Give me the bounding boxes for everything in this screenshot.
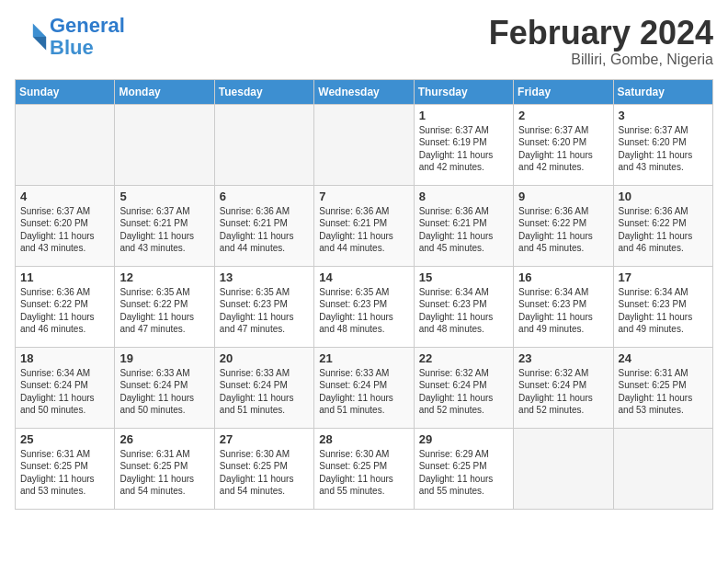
day-info: Sunrise: 6:30 AMSunset: 6:25 PMDaylight:… <box>220 449 294 497</box>
day-number: 7 <box>319 190 408 203</box>
logo-icon <box>15 20 48 53</box>
day-info: Sunrise: 6:34 AMSunset: 6:23 PMDaylight:… <box>619 287 693 335</box>
day-number: 12 <box>119 270 209 284</box>
day-info: Sunrise: 6:35 AMSunset: 6:23 PMDaylight:… <box>220 287 294 335</box>
day-info: Sunrise: 6:36 AMSunset: 6:21 PMDaylight:… <box>220 206 294 254</box>
day-number: 17 <box>619 270 708 284</box>
title-block: February 2024 Billiri, Gombe, Nigeria <box>489 15 713 68</box>
calendar-cell: 16Sunrise: 6:34 AMSunset: 6:23 PMDayligh… <box>514 266 613 347</box>
weekday-header-thursday: Thursday <box>414 79 513 104</box>
day-info: Sunrise: 6:37 AMSunset: 6:20 PMDaylight:… <box>20 206 95 254</box>
calendar-cell: 2Sunrise: 6:37 AMSunset: 6:20 PMDaylight… <box>514 104 613 185</box>
calendar-cell: 1Sunrise: 6:37 AMSunset: 6:19 PMDaylight… <box>414 104 513 185</box>
day-number: 1 <box>419 109 508 122</box>
day-number: 18 <box>20 351 109 365</box>
day-number: 2 <box>518 109 608 122</box>
calendar-cell: 15Sunrise: 6:34 AMSunset: 6:23 PMDayligh… <box>414 266 513 347</box>
day-info: Sunrise: 6:35 AMSunset: 6:23 PMDaylight:… <box>319 287 393 335</box>
weekday-header-wednesday: Wednesday <box>314 79 414 104</box>
day-info: Sunrise: 6:33 AMSunset: 6:24 PMDaylight:… <box>319 368 393 416</box>
calendar-cell: 17Sunrise: 6:34 AMSunset: 6:23 PMDayligh… <box>613 266 712 347</box>
calendar-cell: 18Sunrise: 6:34 AMSunset: 6:24 PMDayligh… <box>16 347 115 428</box>
day-number: 8 <box>419 190 508 203</box>
day-info: Sunrise: 6:33 AMSunset: 6:24 PMDaylight:… <box>119 368 194 416</box>
day-info: Sunrise: 6:34 AMSunset: 6:23 PMDaylight:… <box>518 287 593 335</box>
day-info: Sunrise: 6:36 AMSunset: 6:21 PMDaylight:… <box>419 206 494 254</box>
day-number: 25 <box>20 432 109 446</box>
day-info: Sunrise: 6:35 AMSunset: 6:22 PMDaylight:… <box>119 287 194 335</box>
day-number: 22 <box>419 351 508 365</box>
calendar-cell: 25Sunrise: 6:31 AMSunset: 6:25 PMDayligh… <box>16 428 115 509</box>
logo-text: General Blue <box>50 15 125 59</box>
calendar-cell: 26Sunrise: 6:31 AMSunset: 6:25 PMDayligh… <box>115 428 214 509</box>
day-number: 21 <box>319 351 408 365</box>
calendar-cell: 19Sunrise: 6:33 AMSunset: 6:24 PMDayligh… <box>115 347 214 428</box>
calendar-cell <box>613 428 712 509</box>
day-info: Sunrise: 6:32 AMSunset: 6:24 PMDaylight:… <box>419 368 494 416</box>
day-info: Sunrise: 6:31 AMSunset: 6:25 PMDaylight:… <box>20 449 95 497</box>
calendar-week-4: 18Sunrise: 6:34 AMSunset: 6:24 PMDayligh… <box>16 347 713 428</box>
day-info: Sunrise: 6:32 AMSunset: 6:24 PMDaylight:… <box>518 368 593 416</box>
calendar-cell: 10Sunrise: 6:36 AMSunset: 6:22 PMDayligh… <box>613 185 712 266</box>
day-number: 16 <box>518 270 608 284</box>
day-number: 19 <box>119 351 209 365</box>
day-info: Sunrise: 6:34 AMSunset: 6:23 PMDaylight:… <box>419 287 494 335</box>
day-info: Sunrise: 6:36 AMSunset: 6:22 PMDaylight:… <box>20 287 95 335</box>
calendar-cell: 7Sunrise: 6:36 AMSunset: 6:21 PMDaylight… <box>314 185 414 266</box>
day-info: Sunrise: 6:31 AMSunset: 6:25 PMDaylight:… <box>619 368 693 416</box>
calendar-cell <box>115 104 214 185</box>
calendar-table: SundayMondayTuesdayWednesdayThursdayFrid… <box>15 79 713 510</box>
calendar-cell: 5Sunrise: 6:37 AMSunset: 6:21 PMDaylight… <box>115 185 214 266</box>
weekday-header-tuesday: Tuesday <box>214 79 313 104</box>
calendar-cell: 8Sunrise: 6:36 AMSunset: 6:21 PMDaylight… <box>414 185 513 266</box>
day-number: 28 <box>319 432 408 446</box>
day-number: 24 <box>619 351 708 365</box>
calendar-cell: 11Sunrise: 6:36 AMSunset: 6:22 PMDayligh… <box>16 266 115 347</box>
calendar-cell: 27Sunrise: 6:30 AMSunset: 6:25 PMDayligh… <box>214 428 313 509</box>
calendar-cell: 29Sunrise: 6:29 AMSunset: 6:25 PMDayligh… <box>414 428 513 509</box>
day-info: Sunrise: 6:33 AMSunset: 6:24 PMDaylight:… <box>220 368 294 416</box>
day-info: Sunrise: 6:31 AMSunset: 6:25 PMDaylight:… <box>119 449 194 497</box>
calendar-week-1: 1Sunrise: 6:37 AMSunset: 6:19 PMDaylight… <box>16 104 713 185</box>
calendar-cell: 4Sunrise: 6:37 AMSunset: 6:20 PMDaylight… <box>16 185 115 266</box>
day-number: 20 <box>220 351 309 365</box>
day-number: 3 <box>619 109 708 122</box>
logo: General Blue <box>15 15 125 59</box>
page-header: General Blue February 2024 Billiri, Gomb… <box>15 15 713 68</box>
calendar-cell: 12Sunrise: 6:35 AMSunset: 6:22 PMDayligh… <box>115 266 214 347</box>
day-number: 29 <box>419 432 508 446</box>
day-info: Sunrise: 6:37 AMSunset: 6:19 PMDaylight:… <box>419 125 494 173</box>
calendar-cell: 14Sunrise: 6:35 AMSunset: 6:23 PMDayligh… <box>314 266 414 347</box>
month-title: February 2024 <box>489 15 713 52</box>
logo-line1: General <box>50 14 125 37</box>
calendar-cell <box>514 428 613 509</box>
weekday-header-friday: Friday <box>514 79 613 104</box>
svg-marker-0 <box>33 24 46 37</box>
calendar-cell: 24Sunrise: 6:31 AMSunset: 6:25 PMDayligh… <box>613 347 712 428</box>
day-info: Sunrise: 6:36 AMSunset: 6:21 PMDaylight:… <box>319 206 393 254</box>
calendar-cell: 28Sunrise: 6:30 AMSunset: 6:25 PMDayligh… <box>314 428 414 509</box>
logo-line2: Blue <box>50 36 94 59</box>
day-number: 27 <box>220 432 309 446</box>
day-number: 26 <box>119 432 209 446</box>
day-number: 11 <box>20 270 109 284</box>
day-number: 23 <box>518 351 608 365</box>
day-info: Sunrise: 6:29 AMSunset: 6:25 PMDaylight:… <box>419 449 494 497</box>
day-number: 5 <box>119 190 209 203</box>
calendar-cell <box>16 104 115 185</box>
calendar-cell: 13Sunrise: 6:35 AMSunset: 6:23 PMDayligh… <box>214 266 313 347</box>
day-number: 4 <box>20 190 109 203</box>
location: Billiri, Gombe, Nigeria <box>489 52 713 68</box>
day-number: 6 <box>220 190 309 203</box>
calendar-week-2: 4Sunrise: 6:37 AMSunset: 6:20 PMDaylight… <box>16 185 713 266</box>
day-number: 13 <box>220 270 309 284</box>
day-number: 15 <box>419 270 508 284</box>
calendar-cell <box>214 104 313 185</box>
calendar-cell: 3Sunrise: 6:37 AMSunset: 6:20 PMDaylight… <box>613 104 712 185</box>
day-info: Sunrise: 6:36 AMSunset: 6:22 PMDaylight:… <box>518 206 593 254</box>
day-info: Sunrise: 6:36 AMSunset: 6:22 PMDaylight:… <box>619 206 693 254</box>
day-number: 14 <box>319 270 408 284</box>
calendar-cell: 21Sunrise: 6:33 AMSunset: 6:24 PMDayligh… <box>314 347 414 428</box>
weekday-header-monday: Monday <box>115 79 214 104</box>
svg-marker-1 <box>33 37 46 50</box>
